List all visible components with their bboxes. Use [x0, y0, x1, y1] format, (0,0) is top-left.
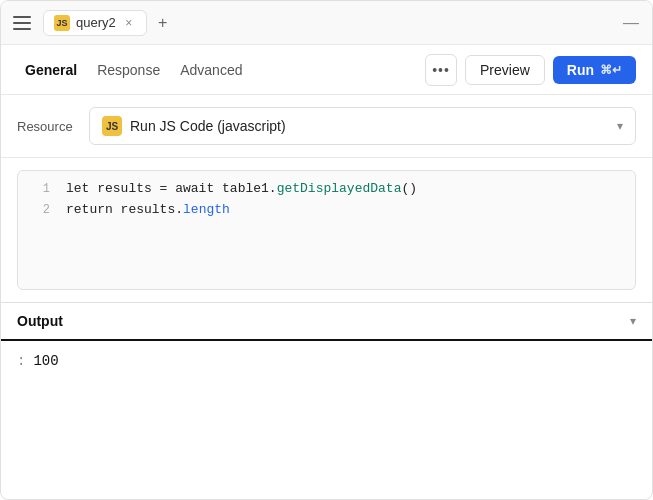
query-tab[interactable]: JS query2 ×	[43, 10, 147, 36]
output-chevron-icon: ▾	[630, 314, 636, 328]
resource-js-icon: JS	[102, 116, 122, 136]
output-colon: :	[17, 353, 25, 369]
chevron-down-icon: ▾	[617, 119, 623, 133]
code-text-1a: let results = await table1.	[66, 179, 277, 200]
line-number-1: 1	[26, 180, 50, 199]
line-number-2: 2	[26, 201, 50, 220]
more-options-button[interactable]: •••	[425, 54, 457, 86]
output-section: Output ▾ : 100	[1, 302, 652, 381]
code-lines: 1 let results = await table1.getDisplaye…	[18, 171, 635, 229]
resource-select-value: Run JS Code (javascript)	[130, 118, 609, 134]
code-text-2b: length	[183, 200, 230, 221]
hamburger-icon[interactable]	[13, 16, 31, 30]
tab-close-button[interactable]: ×	[122, 16, 136, 30]
resource-select[interactable]: JS Run JS Code (javascript) ▾	[89, 107, 636, 145]
output-row: : 100	[17, 353, 636, 369]
title-bar: JS query2 × + —	[1, 1, 652, 45]
window-controls: —	[622, 14, 640, 32]
output-body: : 100	[1, 341, 652, 381]
code-line-1: 1 let results = await table1.getDisplaye…	[18, 179, 635, 200]
toolbar-right: ••• Preview Run ⌘↵	[425, 54, 636, 86]
tab-js-badge: JS	[54, 15, 70, 31]
minimize-icon[interactable]: —	[622, 14, 640, 32]
code-text-1c: ()	[401, 179, 417, 200]
code-line-2: 2 return results.length	[18, 200, 635, 221]
resource-row: Resource JS Run JS Code (javascript) ▾	[1, 95, 652, 158]
run-label: Run	[567, 62, 594, 78]
nav-tabs: General Response Advanced	[17, 56, 421, 84]
code-text-1b: getDisplayedData	[277, 179, 402, 200]
run-shortcut: ⌘↵	[600, 63, 622, 77]
run-button[interactable]: Run ⌘↵	[553, 56, 636, 84]
tab-response[interactable]: Response	[89, 56, 168, 84]
toolbar: General Response Advanced ••• Preview Ru…	[1, 45, 652, 95]
tab-advanced[interactable]: Advanced	[172, 56, 250, 84]
code-text-2a: return results.	[66, 200, 183, 221]
new-tab-button[interactable]: +	[151, 11, 175, 35]
resource-label: Resource	[17, 119, 77, 134]
output-title: Output	[17, 313, 63, 329]
tab-name: query2	[76, 15, 116, 30]
tab-container: JS query2 × +	[43, 10, 622, 36]
output-value: 100	[33, 353, 58, 369]
tab-general[interactable]: General	[17, 56, 85, 84]
output-header[interactable]: Output ▾	[1, 303, 652, 341]
preview-button[interactable]: Preview	[465, 55, 545, 85]
code-editor[interactable]: 1 let results = await table1.getDisplaye…	[17, 170, 636, 290]
